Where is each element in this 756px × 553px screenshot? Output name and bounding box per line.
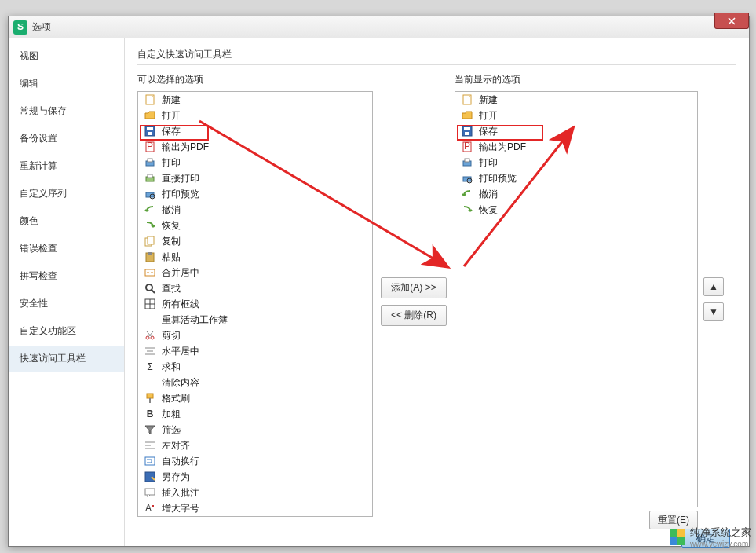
svg-rect-5 <box>148 132 152 135</box>
available-listbox[interactable]: 新建打开保存P输出为PDF打印直接打印打印预览撤消恢复复制粘贴合并居中查找所有框… <box>137 91 373 517</box>
move-up-button[interactable]: ▲ <box>703 277 724 296</box>
pdf-icon: P <box>143 141 157 153</box>
list-item[interactable]: 打印 <box>455 155 697 170</box>
svg-rect-40 <box>145 489 155 495</box>
list-item-label: 打印 <box>479 156 498 170</box>
sidebar-item-2[interactable]: 常规与保存 <box>9 98 124 124</box>
sidebar-item-10[interactable]: 自定义功能区 <box>9 318 124 344</box>
list-item-label: 新建 <box>479 93 498 107</box>
print-icon <box>460 156 474 169</box>
remove-button[interactable]: << 删除(R) <box>381 305 447 326</box>
list-item[interactable]: 保存 <box>455 123 697 139</box>
svg-rect-44 <box>464 127 470 130</box>
svg-line-20 <box>152 290 155 293</box>
filter-icon <box>143 423 157 436</box>
sidebar-item-8[interactable]: 拼写检查 <box>9 263 124 289</box>
sidebar-item-1[interactable]: 编辑 <box>9 71 124 97</box>
list-item[interactable]: 复制 <box>138 233 372 249</box>
svg-text:S: S <box>17 24 24 31</box>
list-item[interactable]: 保存 <box>138 123 372 139</box>
list-item-label: 直接打印 <box>162 172 199 185</box>
close-button[interactable] <box>714 13 749 29</box>
format-painter-icon <box>143 392 157 405</box>
bold-icon: B <box>143 408 157 420</box>
list-item[interactable]: 撤消 <box>455 186 697 202</box>
list-item-label: 所有框线 <box>162 298 199 311</box>
left-list-label: 可以选择的选项 <box>137 73 373 86</box>
list-item-label: 剪切 <box>162 329 181 342</box>
sidebar-item-4[interactable]: 重新计算 <box>9 153 124 179</box>
sidebar-item-0[interactable]: 视图 <box>9 43 124 69</box>
add-button[interactable]: 添加(A) >> <box>381 277 447 298</box>
list-item[interactable]: 自动换行 <box>138 453 372 469</box>
svg-text:P: P <box>147 141 153 152</box>
svg-rect-33 <box>149 398 151 403</box>
sidebar-item-11[interactable]: 快速访问工具栏 <box>9 346 124 372</box>
list-item[interactable]: 新建 <box>455 92 697 108</box>
list-item-label: 清除内容 <box>162 376 199 390</box>
list-item-label: 输出为PDF <box>479 141 526 154</box>
list-item[interactable]: 打印预览 <box>138 186 372 202</box>
new-icon <box>460 93 474 106</box>
list-item-label: 打开 <box>479 109 498 123</box>
list-item[interactable]: 筛选 <box>138 422 372 438</box>
list-item[interactable]: 撤消 <box>138 202 372 218</box>
list-item[interactable]: 插入批注 <box>138 485 372 500</box>
list-item[interactable]: 恢复 <box>455 202 697 218</box>
sidebar-item-5[interactable]: 自定义序列 <box>9 181 124 207</box>
list-item-label: 加粗 <box>162 408 181 421</box>
sidebar-item-3[interactable]: 备份设置 <box>9 126 124 152</box>
list-item-label: 恢复 <box>479 203 498 217</box>
svg-rect-38 <box>145 457 155 465</box>
list-item[interactable]: A增大字号 <box>138 500 372 516</box>
list-item[interactable]: 打印 <box>138 155 372 170</box>
list-item-label: 新建 <box>162 93 181 107</box>
watermark-url: www.ycwjzy.com <box>690 540 751 548</box>
current-listbox[interactable]: 新建打开保存P输出为PDF打印打印预览撤消恢复 <box>455 91 698 507</box>
move-down-button[interactable]: ▼ <box>703 302 724 321</box>
list-item[interactable]: 恢复 <box>138 218 372 233</box>
blank-icon <box>143 313 157 326</box>
save-icon <box>143 125 157 137</box>
list-item[interactable]: Σ求和 <box>138 359 372 375</box>
sum-icon: Σ <box>143 361 157 373</box>
undo-icon <box>143 203 157 216</box>
svg-rect-39 <box>145 472 155 482</box>
list-item[interactable]: 新建 <box>138 92 372 108</box>
list-item[interactable]: 另存为 <box>138 469 372 485</box>
list-item[interactable]: 合并居中 <box>138 265 372 280</box>
list-item[interactable]: 打开 <box>138 108 372 123</box>
list-item-label: 撤消 <box>162 203 181 217</box>
list-item[interactable]: 查找 <box>138 280 372 296</box>
font-grow-icon: A <box>143 502 157 515</box>
list-item[interactable]: P输出为PDF <box>455 139 697 155</box>
list-item[interactable]: 清除内容 <box>138 375 372 390</box>
list-item-label: 打开 <box>162 109 181 123</box>
watermark-logo <box>670 529 685 545</box>
list-item[interactable]: 格式刷 <box>138 390 372 406</box>
options-dialog: S 选项 视图编辑常规与保存备份设置重新计算自定义序列颜色错误检查拼写检查安全性… <box>8 16 750 547</box>
svg-rect-11 <box>148 174 152 178</box>
list-item[interactable]: 所有框线 <box>138 296 372 312</box>
list-item[interactable]: 水平居中 <box>138 343 372 359</box>
list-item[interactable]: 打印预览 <box>455 170 697 186</box>
print-preview-icon <box>143 188 157 200</box>
list-item[interactable]: P输出为PDF <box>138 139 372 155</box>
list-item[interactable]: 重算活动工作簿 <box>138 312 372 328</box>
list-item[interactable]: 左对齐 <box>138 438 372 453</box>
cut-icon <box>143 329 157 342</box>
list-item-label: 格式刷 <box>162 392 190 405</box>
list-item[interactable]: 直接打印 <box>138 170 372 186</box>
list-item-label: 另存为 <box>162 471 190 484</box>
list-item[interactable]: 粘贴 <box>138 249 372 265</box>
print-icon <box>143 156 157 169</box>
sidebar-item-7[interactable]: 错误检查 <box>9 236 124 262</box>
sidebar-item-9[interactable]: 安全性 <box>9 291 124 317</box>
list-item-label: 输出为PDF <box>162 141 209 154</box>
list-item[interactable]: 剪切 <box>138 328 372 343</box>
sidebar-item-6[interactable]: 颜色 <box>9 208 124 234</box>
list-item[interactable]: B加粗 <box>138 406 372 422</box>
pdf-icon: P <box>460 141 474 153</box>
list-item-label: 粘贴 <box>162 251 181 264</box>
list-item[interactable]: 打开 <box>455 108 697 123</box>
